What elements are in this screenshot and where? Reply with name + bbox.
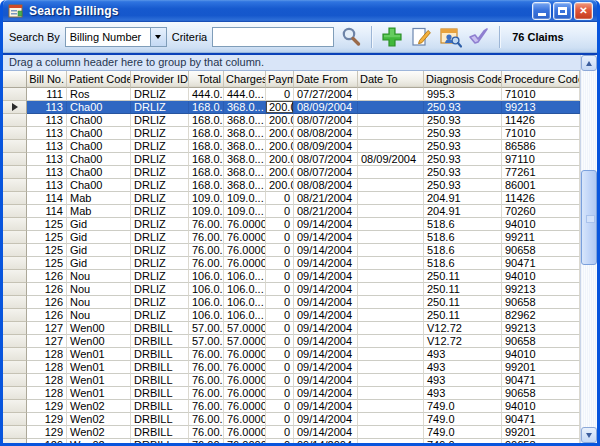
cell-diagnosis[interactable]: 518.6 [424,231,502,244]
cell-procedure[interactable]: 99201 [502,361,580,374]
cell-patient[interactable]: Gid [67,257,131,270]
cell-procedure[interactable]: 90658 [502,387,580,400]
table-row[interactable]: 127Wen00DRBILL57.00...57.0000009/14/2004… [3,322,580,335]
cell-diagnosis[interactable]: 250.11 [424,270,502,283]
cell-date_from[interactable]: 09/14/2004 [294,387,358,400]
cell-procedure[interactable]: 90471 [502,374,580,387]
cell-diagnosis[interactable]: 250.11 [424,309,502,322]
cell-provider[interactable]: DRLIZ [131,153,189,166]
cell-provider[interactable]: DRLIZ [131,309,189,322]
titlebar[interactable]: Search Billings ✕ [3,0,597,22]
table-row[interactable]: 126NouDRLIZ106.0...106.0...009/14/200425… [3,296,580,309]
cell-date_from[interactable]: 09/14/2004 [294,257,358,270]
search-button[interactable] [339,25,363,49]
cell-payments[interactable]: 0 [266,218,294,231]
cell-patient[interactable]: Wen02 [67,426,131,439]
cell-date_to[interactable] [358,101,424,114]
cell-bill_no[interactable]: 113 [27,166,67,179]
cell-total[interactable]: 444.0... [189,88,224,101]
cell-date_to[interactable] [358,400,424,413]
cell-payments[interactable]: 0 [266,270,294,283]
cell-bill_no[interactable]: 114 [27,205,67,218]
cell-provider[interactable]: DRLIZ [131,283,189,296]
cell-charges[interactable]: 368.0... [224,114,266,127]
cell-procedure[interactable]: 94010 [502,348,580,361]
cell-charges[interactable]: 76.0000 [224,348,266,361]
cell-charges[interactable]: 76.0000 [224,257,266,270]
view-claim-button[interactable] [438,25,462,49]
cell-date_to[interactable] [358,166,424,179]
cell-procedure[interactable]: 94010 [502,400,580,413]
table-row[interactable]: 125GidDRLIZ76.00...76.0000009/14/2004518… [3,257,580,270]
cell-diagnosis[interactable]: 493 [424,348,502,361]
cell-date_from[interactable]: 09/14/2004 [294,231,358,244]
table-row[interactable]: 113Cha00DRLIZ168.0...368.0...200.0...08/… [3,153,580,166]
cell-date_to[interactable] [358,322,424,335]
cell-date_to[interactable] [358,374,424,387]
cell-date_from[interactable]: 09/14/2004 [294,374,358,387]
cell-date_to[interactable] [358,257,424,270]
row-selector[interactable] [3,335,27,348]
row-selector[interactable] [3,387,27,400]
column-header-date_to[interactable]: Date To [358,71,424,88]
table-row[interactable]: 114MabDRLIZ109.0...109.0...008/21/200420… [3,205,580,218]
cell-bill_no[interactable]: 111 [27,88,67,101]
column-header-date_from[interactable]: Date From [294,71,358,88]
cell-provider[interactable]: DRBILL [131,322,189,335]
cell-patient[interactable]: Nou [67,283,131,296]
cell-diagnosis[interactable]: V12.72 [424,322,502,335]
search-by-dropdown[interactable]: Billing Number [65,27,167,47]
cell-charges[interactable]: 57.0000 [224,322,266,335]
cell-bill_no[interactable]: 129 [27,400,67,413]
cell-date_to[interactable] [358,296,424,309]
cell-total[interactable]: 76.00... [189,400,224,413]
cell-payments[interactable]: 0 [266,348,294,361]
cell-diagnosis[interactable]: 250.93 [424,153,502,166]
cell-bill_no[interactable]: 113 [27,153,67,166]
table-row[interactable]: 125GidDRLIZ76.00...76.0000009/14/2004518… [3,231,580,244]
cell-diagnosis[interactable]: 493 [424,374,502,387]
cell-bill_no[interactable]: 128 [27,361,67,374]
cell-diagnosis[interactable]: 250.93 [424,114,502,127]
cell-payments[interactable]: 0 [266,296,294,309]
cell-date_to[interactable] [358,244,424,257]
cell-date_to[interactable] [358,426,424,439]
row-selector[interactable] [3,114,27,127]
row-selector[interactable] [3,231,27,244]
row-selector[interactable] [3,426,27,439]
cell-total[interactable]: 168.0... [189,114,224,127]
cell-provider[interactable]: DRBILL [131,413,189,426]
cell-total[interactable]: 76.00... [189,374,224,387]
cell-charges[interactable]: 76.0000 [224,387,266,400]
cell-payments[interactable]: 200.0... [266,179,294,192]
cell-date_to[interactable] [358,179,424,192]
cell-patient[interactable]: Mab [67,192,131,205]
cell-charges[interactable]: 106.0... [224,283,266,296]
cell-procedure[interactable]: 71010 [502,88,580,101]
row-selector[interactable] [3,257,27,270]
row-selector[interactable] [3,413,27,426]
cell-procedure[interactable]: 90471 [502,257,580,270]
cell-payments[interactable]: 200.0... [266,114,294,127]
cell-provider[interactable]: DRLIZ [131,296,189,309]
cell-bill_no[interactable]: 127 [27,322,67,335]
cell-date_from[interactable]: 08/21/2004 [294,192,358,205]
cell-payments[interactable]: 0 [266,205,294,218]
cell-date_to[interactable] [358,361,424,374]
cell-diagnosis[interactable]: 250.11 [424,296,502,309]
cell-payments[interactable]: 0 [266,322,294,335]
cell-charges[interactable]: 444.0... [224,88,266,101]
column-header-diagnosis[interactable]: Diagnosis Code [424,71,502,88]
cell-date_to[interactable] [358,283,424,296]
cell-date_to[interactable] [358,127,424,140]
row-selector[interactable] [3,88,27,101]
cell-date_to[interactable] [358,413,424,426]
table-row[interactable]: 126NouDRLIZ106.0...106.0...009/14/200425… [3,283,580,296]
cell-total[interactable]: 76.00... [189,426,224,439]
cell-payments[interactable]: 0 [266,257,294,270]
close-button[interactable]: ✕ [574,2,593,20]
cell-date_from[interactable]: 09/14/2004 [294,270,358,283]
cell-date_from[interactable]: 07/27/2004 [294,88,358,101]
cell-bill_no[interactable]: 126 [27,296,67,309]
cell-diagnosis[interactable]: 493 [424,387,502,400]
